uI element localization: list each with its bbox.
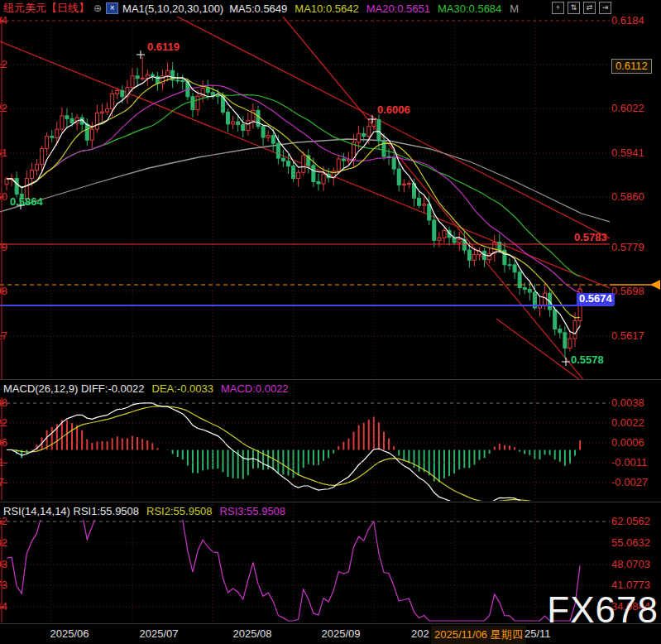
macd-axis-label-left: -0.0027 bbox=[0, 477, 7, 488]
price-annotation: 0.5783 bbox=[574, 232, 607, 243]
macd-axis-label-left: -0.0011 bbox=[0, 457, 7, 469]
rsi-axis-label: 55.0632 bbox=[611, 537, 650, 549]
price-axis-label-left: 0.5860 bbox=[0, 191, 7, 203]
rsi-axis-label-left: 34.0844 bbox=[0, 601, 7, 613]
rsi-axis-label-left: 55.0632 bbox=[0, 537, 7, 549]
scale-x-axis-icon[interactable]: ⇄ bbox=[583, 2, 596, 14]
ma30-value: MA30:0.5684 bbox=[438, 2, 501, 15]
macd-axis-label: 0.0006 bbox=[611, 437, 644, 449]
price-axis-label-left: 0.6112 bbox=[0, 59, 7, 70]
x-axis-month-label: 2025/08 bbox=[233, 627, 272, 640]
x-axis-month-label: 2025/09 bbox=[322, 627, 361, 640]
period-indicator: M bbox=[510, 2, 519, 15]
price-axis-label-left: 0.5617 bbox=[0, 330, 7, 342]
chart-toolbar: +⇅⇄⇥ bbox=[552, 2, 611, 14]
macd-axis-label: -0.0027 bbox=[611, 477, 648, 488]
price-axis-label: 0.5860 bbox=[611, 191, 644, 203]
price-annotation: 0.6119 bbox=[147, 41, 180, 53]
rsi-axis-label-left: 62.0562 bbox=[0, 516, 7, 527]
macd-axis-label: 0.0038 bbox=[611, 397, 644, 409]
price-annotation: 0.6006 bbox=[377, 104, 410, 116]
price-axis-label-left: 0.5779 bbox=[0, 242, 7, 253]
macd-macd-value: MACD:0.0022 bbox=[221, 382, 289, 395]
crosshair-date-label: 2025/11/06 星期四 bbox=[431, 626, 526, 644]
price-axis-label-left: 0.6022 bbox=[0, 103, 7, 114]
instrument-title: 纽元美元【日线】 bbox=[3, 1, 89, 16]
rsi-axis-label-left: 48.0703 bbox=[0, 559, 7, 570]
pan-icon[interactable]: + bbox=[552, 2, 564, 14]
macd-axis-label-left: 0.0038 bbox=[0, 397, 7, 409]
goto-latest-icon[interactable]: ⇥ bbox=[599, 2, 611, 14]
x-axis-month-label: 2025/07 bbox=[140, 627, 179, 640]
price-axis-label-left: 0.5941 bbox=[0, 147, 7, 159]
price-axis-label: 0.6184 bbox=[611, 15, 644, 26]
x-axis-clipped-label: 202 bbox=[411, 627, 429, 640]
macd-axis-label-left: 0.0022 bbox=[0, 417, 7, 429]
price-annotation: 0.5864 bbox=[10, 196, 43, 208]
macd-axis-label-left: 0.0006 bbox=[0, 437, 7, 449]
price-axis-label-left: 0.5698 bbox=[0, 286, 7, 297]
rsi-axis-label-left: 41.0773 bbox=[0, 579, 7, 591]
price-axis-label: 0.5698 bbox=[611, 286, 644, 297]
rsi3-value: RSI3:55.9508 bbox=[220, 505, 286, 517]
ma5-value: MA5:0.5649 bbox=[229, 2, 287, 15]
price-axis-label: 0.5941 bbox=[611, 147, 644, 159]
macd-axis-label: -0.0011 bbox=[611, 457, 647, 469]
macd-header: MACD(26,12,9) DIFF:-0.0022DEA:-0.0033MAC… bbox=[3, 382, 289, 395]
price-annotation: 0.5578 bbox=[571, 354, 604, 366]
rsi-header: RSI(14,14,14) RSI1:55.9508RSI2:55.9508RS… bbox=[3, 505, 285, 517]
price-axis-label: 0.6022 bbox=[611, 103, 644, 114]
main-panel[interactable] bbox=[0, 17, 610, 389]
price-axis-label: 0.5617 bbox=[611, 330, 644, 342]
chart-canvas[interactable] bbox=[0, 0, 661, 644]
ma-settings-label: MA1(5,10,20,30,100) bbox=[122, 2, 223, 15]
price-axis-label: 0.5779 bbox=[611, 242, 644, 253]
ma20-value: MA20:0.5651 bbox=[366, 2, 430, 15]
price-axis-label-left: 0.6184 bbox=[0, 15, 7, 26]
macd-panel[interactable] bbox=[7, 403, 580, 518]
ma10-value: MA10:0.5642 bbox=[295, 2, 358, 15]
scale-y-axis-icon[interactable]: ⇅ bbox=[568, 2, 580, 14]
crosshair-price-label: 0.6112 bbox=[611, 59, 652, 74]
chart-type-icon[interactable]: × bbox=[106, 2, 118, 14]
rsi-axis-label: 48.0703 bbox=[611, 559, 650, 570]
x-axis-month-label: 2025/06 bbox=[50, 627, 89, 640]
macd-diff-value: MACD(26,12,9) DIFF:-0.0022 bbox=[3, 382, 145, 395]
macd-axis-label: 0.0022 bbox=[611, 417, 644, 429]
rsi1-value: RSI(14,14,14) RSI1:55.9508 bbox=[3, 505, 139, 517]
support-level-label: 0.5674 bbox=[577, 293, 615, 305]
watermark: FX678 bbox=[547, 589, 659, 631]
add-indicator-icon[interactable]: ⊕ bbox=[93, 2, 102, 14]
chart-app: 纽元美元【日线】 ⊕ × MA1(5,10,20,30,100) MA5:0.5… bbox=[0, 0, 661, 644]
rsi-axis-label: 62.0562 bbox=[611, 516, 650, 527]
macd-dea-value: DEA:-0.0033 bbox=[152, 382, 213, 395]
rsi2-value: RSI2:55.9508 bbox=[146, 505, 213, 517]
